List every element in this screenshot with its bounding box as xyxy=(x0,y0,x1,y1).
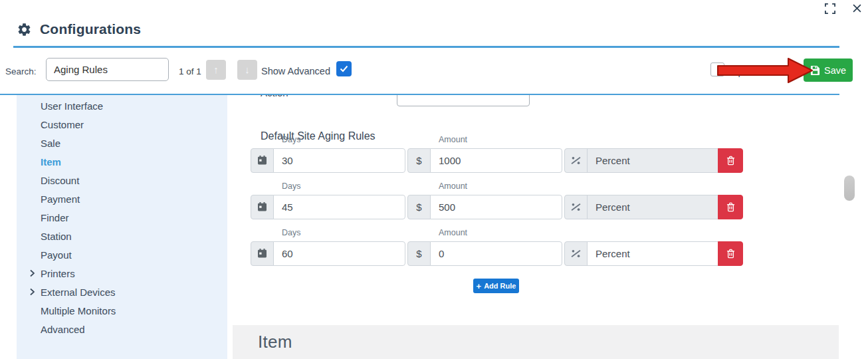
sidebar-item-discount[interactable]: Discount xyxy=(29,174,79,187)
search-input[interactable] xyxy=(46,58,169,81)
trash-icon xyxy=(726,156,735,166)
amount-label: Amount xyxy=(439,228,467,237)
add-rule-label: Add Rule xyxy=(484,282,516,290)
add-rule-button[interactable]: + Add Rule xyxy=(473,279,519,293)
days-label: Days xyxy=(282,181,300,191)
update-devices-label: Update Devices xyxy=(731,66,799,77)
search-prev-button[interactable]: ↑ xyxy=(206,60,226,80)
sidebar-item-printers[interactable]: Printers xyxy=(29,267,75,280)
sidebar-item-customer[interactable]: Customer xyxy=(29,118,84,131)
days-input[interactable] xyxy=(273,148,405,173)
sidebar-item-sale[interactable]: Sale xyxy=(29,136,60,150)
calendar-icon xyxy=(251,195,274,219)
sidebar-item-label: Customer xyxy=(41,119,84,130)
sidebar-item-item[interactable]: Item xyxy=(29,155,61,168)
sidebar-item-multiple-monitors[interactable]: Multiple Monitors xyxy=(29,304,116,317)
save-icon xyxy=(810,65,820,75)
close-icon[interactable] xyxy=(853,4,861,13)
sidebar-item-label: Multiple Monitors xyxy=(41,305,116,316)
sidebar-item-payment[interactable]: Payment xyxy=(29,192,80,205)
sidebar-item-user-interface[interactable]: User Interface xyxy=(29,99,103,112)
unit-input[interactable] xyxy=(587,241,718,266)
amount-label: Amount xyxy=(439,181,467,191)
sidebar-item-label: Payout xyxy=(41,249,72,261)
trash-icon xyxy=(726,249,735,259)
sidebar-item-label: User Interface xyxy=(41,100,103,112)
header-divider xyxy=(13,46,839,48)
percent-icon xyxy=(564,241,588,266)
vertical-scrollbar-thumb[interactable] xyxy=(844,176,855,201)
toolbar-divider xyxy=(0,94,839,95)
aging-rule-row: Days Amount $ xyxy=(251,228,743,266)
days-input[interactable] xyxy=(273,241,405,266)
sidebar-item-label: Sale xyxy=(41,138,60,149)
dollar-sign-addon: $ xyxy=(407,241,431,266)
delete-rule-button[interactable] xyxy=(718,241,743,266)
item-section-header: Item xyxy=(233,325,839,359)
calendar-icon xyxy=(251,241,274,266)
amount-input[interactable] xyxy=(430,241,562,266)
sidebar-item-label: Discount xyxy=(41,175,79,186)
sidebar-item-label: Finder xyxy=(41,212,69,223)
amount-input[interactable] xyxy=(430,148,562,173)
item-section-title: Item xyxy=(233,325,839,352)
sidebar-item-label: Station xyxy=(41,231,72,242)
sidebar-item-external-devices[interactable]: External Devices xyxy=(29,285,116,299)
percent-icon xyxy=(564,195,588,219)
trash-icon xyxy=(726,202,735,212)
search-next-button[interactable]: ↓ xyxy=(237,60,257,80)
sidebar-item-finder[interactable]: Finder xyxy=(29,211,69,224)
unit-input[interactable] xyxy=(587,195,718,219)
amount-label: Amount xyxy=(439,135,467,144)
topbar: Configurations Search: 1 of 1 ↑ ↓ Show A… xyxy=(0,0,868,95)
sidebar-item-payout[interactable]: Payout xyxy=(29,248,72,261)
chevron-right-icon xyxy=(29,269,36,277)
sidebar-item-label: Advanced xyxy=(41,324,85,335)
sidebar-item-label: Printers xyxy=(41,268,75,279)
dollar-sign-addon: $ xyxy=(407,195,431,219)
days-label: Days xyxy=(282,135,300,144)
save-label: Save xyxy=(824,65,846,76)
settings-sidebar: User Interface Customer Sale Item Discou… xyxy=(17,95,227,359)
show-advanced-label: Show Advanced xyxy=(261,66,330,76)
amount-input[interactable] xyxy=(430,195,562,219)
plus-icon: + xyxy=(477,281,482,291)
sidebar-item-advanced[interactable]: Advanced xyxy=(29,322,85,336)
days-label: Days xyxy=(282,228,300,237)
check-icon xyxy=(340,65,348,72)
search-label: Search: xyxy=(5,66,37,76)
aging-rule-row: Days Amount $ xyxy=(251,135,743,173)
percent-icon xyxy=(564,148,588,173)
sidebar-item-label: External Devices xyxy=(41,287,116,298)
days-input[interactable] xyxy=(273,195,405,219)
fullscreen-icon[interactable] xyxy=(825,3,835,14)
save-button[interactable]: Save xyxy=(804,59,853,82)
update-devices-checkbox[interactable] xyxy=(710,62,724,76)
sidebar-item-station[interactable]: Station xyxy=(29,229,72,243)
gear-icon xyxy=(17,22,32,37)
delete-rule-button[interactable] xyxy=(718,195,743,219)
configurations-window: Action Default Site Aging Rules Days Amo… xyxy=(0,0,868,359)
sidebar-item-label: Item xyxy=(41,156,61,168)
sidebar-item-label: Payment xyxy=(41,193,80,205)
show-advanced-checkbox[interactable] xyxy=(336,61,352,76)
delete-rule-button[interactable] xyxy=(718,148,743,173)
search-result-count: 1 of 1 xyxy=(179,66,201,76)
dollar-sign-addon: $ xyxy=(407,148,431,173)
page-title: Configurations xyxy=(40,21,141,37)
chevron-right-icon xyxy=(29,288,36,296)
unit-input[interactable] xyxy=(587,148,718,173)
aging-rule-row: Days Amount $ xyxy=(251,181,743,219)
calendar-icon xyxy=(251,148,274,173)
